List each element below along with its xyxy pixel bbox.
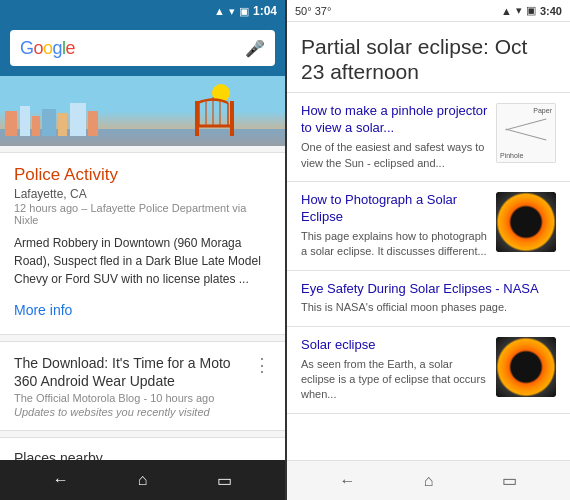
result-title-4: Solar eclipse [301, 337, 488, 354]
svg-rect-5 [58, 113, 67, 136]
result-title-3: Eye Safety During Solar Eclipses - NASA [301, 281, 556, 298]
result-text-4: Solar eclipse As seen from the Earth, a … [301, 337, 488, 403]
svg-rect-7 [88, 111, 98, 136]
places-title: Places nearby [14, 450, 271, 460]
phone-left: ▲ ▾ ▣ 1:04 Google 🎤 [0, 0, 285, 500]
right-home-button[interactable]: ⌂ [414, 472, 444, 490]
result-thumbnail-1: Paper Pinhole [496, 103, 556, 163]
download-title: The Download: It's Time for a Moto 360 A… [14, 354, 247, 390]
result-item-2[interactable]: How to Photograph a Solar Eclipse This p… [287, 182, 570, 271]
result-item-1[interactable]: How to make a pinhole projector to view … [287, 93, 570, 182]
download-card: The Download: It's Time for a Moto 360 A… [0, 341, 285, 431]
status-bar-left: ▲ ▾ ▣ 1:04 [0, 0, 285, 22]
eclipse-header: Partial solar eclipse: Oct 23 afternoon [287, 22, 570, 93]
svg-rect-2 [20, 106, 30, 136]
result-item-4[interactable]: Solar eclipse As seen from the Earth, a … [287, 327, 570, 414]
download-source: The Official Motorola Blog - 10 hours ag… [14, 392, 247, 404]
eclipse-title: Partial solar eclipse: Oct 23 afternoon [301, 34, 556, 84]
more-info-link[interactable]: More info [14, 298, 72, 322]
back-button[interactable]: ← [46, 471, 76, 489]
pinhole-line-1 [506, 119, 547, 131]
right-temps: 50° 37° [295, 5, 331, 17]
battery-icon: ▣ [239, 5, 249, 18]
left-time: 1:04 [253, 4, 277, 18]
police-body: Armed Robbery in Downtown (960 Moraga Ro… [14, 234, 271, 288]
pinhole-line-2 [506, 129, 547, 141]
results-list[interactable]: How to make a pinhole projector to view … [287, 93, 570, 460]
right-wifi-icon: ▾ [516, 4, 522, 17]
right-status-icons: ▲ ▾ ▣ 3:40 [501, 4, 562, 17]
left-status-icons: ▲ ▾ ▣ 1:04 [214, 4, 277, 18]
google-search-bar: Google 🎤 [0, 22, 285, 76]
places-card: Places nearby [0, 437, 285, 460]
right-back-button[interactable]: ← [333, 472, 363, 490]
svg-rect-1 [5, 111, 17, 136]
result-text-3: Eye Safety During Solar Eclipses - NASA … [301, 281, 556, 316]
eclipse-thumb-2 [496, 337, 556, 397]
police-title: Police Activity [14, 165, 271, 185]
phone-right: 50° 37° ▲ ▾ ▣ 3:40 Partial solar eclipse… [287, 0, 570, 500]
google-logo: Google [20, 38, 75, 59]
city-banner [0, 76, 285, 146]
result-snippet-2: This page explains how to photograph a s… [301, 229, 488, 260]
right-signal-icon: ▲ [501, 5, 512, 17]
scroll-content-left[interactable]: Police Activity Lafayette, CA 12 hours a… [0, 146, 285, 460]
police-location: Lafayette, CA [14, 187, 271, 201]
result-text-1: How to make a pinhole projector to view … [301, 103, 488, 171]
download-card-row: The Download: It's Time for a Moto 360 A… [14, 354, 271, 418]
pinhole-label: Pinhole [500, 152, 523, 159]
pinhole-diagram: Paper Pinhole [496, 103, 556, 163]
download-desc: Updates to websites you recently visited [14, 406, 247, 418]
right-time: 3:40 [540, 5, 562, 17]
svg-rect-4 [42, 109, 56, 136]
police-time: 12 hours ago – Lafayette Police Departme… [14, 202, 271, 226]
right-recents-button[interactable]: ▭ [495, 471, 525, 490]
recents-button[interactable]: ▭ [209, 471, 239, 490]
city-skyline-svg [0, 91, 285, 146]
paper-label: Paper [533, 107, 552, 114]
mic-icon[interactable]: 🎤 [245, 39, 265, 58]
svg-rect-3 [32, 116, 40, 136]
status-bar-right: 50° 37° ▲ ▾ ▣ 3:40 [287, 0, 570, 22]
signal-icon: ▲ [214, 5, 225, 17]
wifi-icon: ▾ [229, 5, 235, 18]
result-item-3[interactable]: Eye Safety During Solar Eclipses - NASA … [287, 271, 570, 327]
right-battery-icon: ▣ [526, 4, 536, 17]
result-thumbnail-2 [496, 192, 556, 252]
police-activity-card: Police Activity Lafayette, CA 12 hours a… [0, 152, 285, 335]
svg-rect-6 [70, 103, 86, 136]
result-snippet-4: As seen from the Earth, a solar eclipse … [301, 357, 488, 403]
download-card-content: The Download: It's Time for a Moto 360 A… [14, 354, 247, 418]
search-input-container[interactable]: Google 🎤 [10, 30, 275, 66]
result-text-2: How to Photograph a Solar Eclipse This p… [301, 192, 488, 260]
result-snippet-1: One of the easiest and safest ways to vi… [301, 140, 488, 171]
result-title-2: How to Photograph a Solar Eclipse [301, 192, 488, 226]
bottom-nav-left: ← ⌂ ▭ [0, 460, 285, 500]
svg-rect-9 [230, 101, 234, 136]
home-button[interactable]: ⌂ [127, 471, 157, 489]
overflow-menu-icon[interactable]: ⋮ [247, 354, 271, 376]
result-title-1: How to make a pinhole projector to view … [301, 103, 488, 137]
bottom-nav-right: ← ⌂ ▭ [287, 460, 570, 500]
eclipse-thumb-1 [496, 192, 556, 252]
result-snippet-3: This is NASA's official moon phases page… [301, 300, 556, 315]
result-thumbnail-4 [496, 337, 556, 397]
